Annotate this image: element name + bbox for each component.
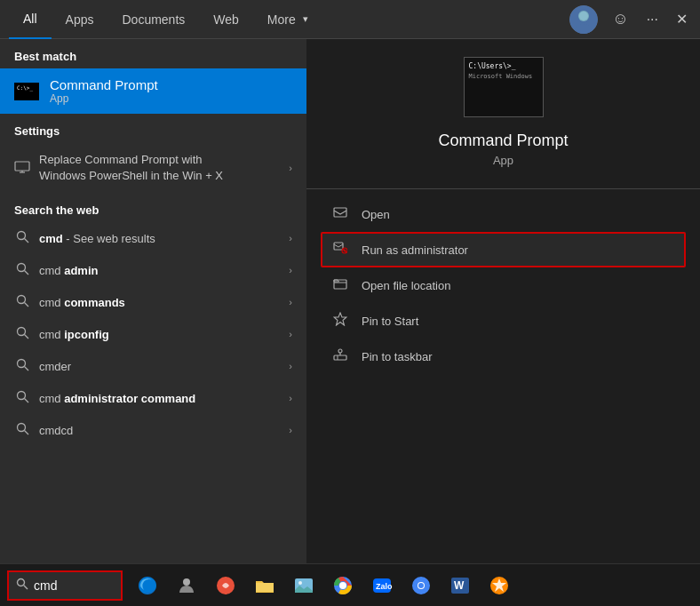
settings-item-left: Replace Command Prompt withWindows Power… — [14, 152, 223, 184]
search-item-chevron-icon: › — [289, 265, 292, 275]
list-item[interactable]: cmd - See web results › — [0, 222, 306, 254]
divider — [306, 188, 700, 189]
nav-tabs: All Apps Documents Web More ▾ ☺ ··· ✕ — [0, 0, 700, 39]
settings-label: Settings — [0, 114, 306, 143]
nav-tabs-right: ☺ ··· ✕ — [569, 5, 691, 34]
tab-documents[interactable]: Documents — [107, 0, 199, 39]
taskbar-folder-icon[interactable] — [247, 568, 282, 603]
search-item-text: cmder — [39, 360, 71, 373]
search-item-left: cmd ipconfig — [14, 326, 109, 342]
main-content: Best match C:\>_ Command Prompt App Sett… — [0, 39, 700, 563]
taskbar-word-icon[interactable]: W — [442, 568, 478, 603]
cmd-preview-lines: C:\Users\>_ Microsoft Windows — [469, 61, 533, 82]
svg-point-11 — [17, 296, 25, 304]
best-match-item[interactable]: C:\>_ Command Prompt App — [0, 68, 306, 114]
taskbar-chrome-icon[interactable] — [325, 568, 361, 603]
search-item-text: cmd admin — [39, 264, 98, 277]
cmd-app-icon: C:\>_ — [14, 83, 39, 100]
tab-apps[interactable]: Apps — [52, 0, 108, 39]
list-item[interactable]: cmd administrator command › — [0, 382, 306, 414]
search-item-left: cmder — [14, 358, 71, 374]
taskbar-game-icon[interactable] — [481, 568, 517, 603]
start-menu: All Apps Documents Web More ▾ ☺ ··· ✕ — [0, 0, 700, 563]
powershell-settings-icon — [14, 161, 30, 176]
app-name: Command Prompt — [438, 132, 568, 150]
close-icon[interactable]: ✕ — [672, 7, 691, 31]
svg-text:Zalo: Zalo — [376, 582, 393, 591]
svg-point-13 — [17, 328, 25, 336]
action-list: Open Run as administrato — [306, 196, 700, 374]
taskbar-edge-icon[interactable] — [130, 568, 165, 603]
search-item-chevron-icon: › — [289, 361, 292, 371]
best-match-type: App — [50, 92, 158, 105]
open-file-location-action[interactable]: Open file location — [321, 267, 686, 303]
search-icon — [14, 262, 30, 278]
svg-line-10 — [24, 271, 28, 275]
open-action[interactable]: Open — [321, 196, 686, 232]
pin-taskbar-icon — [331, 347, 349, 365]
svg-rect-21 — [334, 208, 346, 217]
search-icon — [14, 326, 30, 342]
run-as-admin-action[interactable]: Run as administrator — [321, 232, 686, 267]
list-item[interactable]: cmd ipconfig › — [0, 318, 306, 350]
pin-start-action[interactable]: Pin to Start — [321, 303, 686, 339]
tab-more[interactable]: More ▾ — [253, 0, 322, 39]
taskbar-zalo-icon[interactable]: Zalo — [364, 568, 400, 603]
taskbar: cmd — [0, 563, 700, 606]
svg-point-38 — [339, 582, 346, 589]
search-icon — [14, 358, 30, 374]
app-preview-icon: C:\Users\>_ Microsoft Windows — [464, 57, 544, 117]
open-icon — [331, 205, 349, 223]
pin-taskbar-action[interactable]: Pin to taskbar — [321, 339, 686, 374]
svg-rect-4 — [15, 162, 29, 171]
svg-point-33 — [183, 578, 190, 586]
search-item-text: cmd commands — [39, 296, 125, 309]
feedback-icon[interactable]: ☺ — [609, 6, 632, 32]
list-item[interactable]: cmdcd › — [0, 414, 306, 446]
search-item-chevron-icon: › — [289, 393, 292, 403]
tab-all[interactable]: All — [9, 0, 52, 39]
svg-point-7 — [17, 232, 25, 240]
tab-web[interactable]: Web — [199, 0, 253, 39]
taskbar-people-icon[interactable] — [169, 568, 204, 603]
search-item-chevron-icon: › — [289, 329, 292, 339]
best-match-name: Command Prompt — [50, 77, 158, 92]
svg-line-12 — [24, 303, 28, 307]
svg-point-17 — [17, 392, 25, 400]
list-item[interactable]: cmder › — [0, 350, 306, 382]
list-item[interactable]: cmd admin › — [0, 254, 306, 286]
search-item-text: cmdcd — [39, 424, 73, 437]
settings-item[interactable]: Replace Command Prompt withWindows Power… — [0, 143, 306, 193]
user-avatar[interactable] — [569, 5, 598, 34]
more-options-icon[interactable]: ··· — [643, 8, 662, 31]
pin-start-label: Pin to Start — [362, 315, 418, 328]
search-web-icon — [14, 230, 30, 246]
taskbar-search-box[interactable]: cmd — [7, 570, 123, 601]
search-icon — [14, 294, 30, 310]
svg-point-31 — [18, 579, 25, 586]
avatar-image — [569, 5, 598, 34]
svg-line-20 — [24, 431, 28, 435]
file-location-icon — [331, 276, 349, 294]
search-item-left: cmd administrator command — [14, 390, 195, 406]
taskbar-chrome2-icon[interactable] — [403, 568, 439, 603]
svg-point-30 — [338, 349, 342, 353]
search-item-text: cmd ipconfig — [39, 328, 109, 341]
best-match-info: Command Prompt App — [50, 77, 158, 105]
svg-point-19 — [17, 424, 25, 432]
taskbar-photos-icon[interactable] — [286, 568, 322, 603]
run-admin-icon — [331, 241, 349, 259]
search-item-left: cmd - See web results — [14, 230, 155, 246]
list-item[interactable]: cmd commands › — [0, 286, 306, 318]
search-item-text: cmd administrator command — [39, 392, 195, 405]
settings-chevron-icon: › — [289, 163, 292, 173]
svg-text:W: W — [454, 579, 465, 592]
search-item-left: cmd admin — [14, 262, 98, 278]
taskbar-app1-icon[interactable] — [208, 568, 243, 603]
pin-taskbar-label: Pin to taskbar — [362, 350, 433, 363]
search-item-chevron-icon: › — [289, 425, 292, 435]
search-icon — [14, 422, 30, 438]
search-item-text: cmd - See web results — [39, 232, 155, 245]
search-item-chevron-icon: › — [289, 297, 292, 307]
nav-tabs-left: All Apps Documents Web More ▾ — [9, 0, 322, 39]
